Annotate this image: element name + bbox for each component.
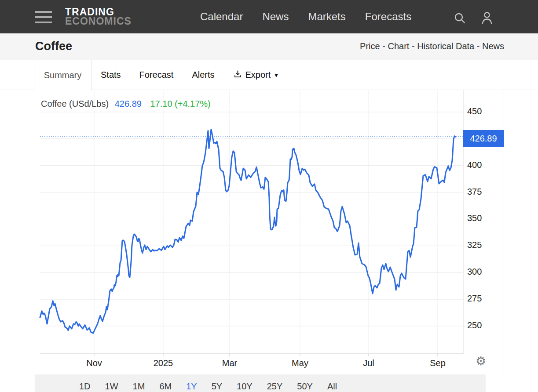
range-button-6m[interactable]: 6M — [159, 381, 172, 392]
y-axis-label: 400 — [467, 160, 502, 171]
range-button-50y[interactable]: 50Y — [297, 381, 313, 392]
range-button-1y[interactable]: 1Y — [186, 381, 197, 392]
menu-icon[interactable] — [35, 11, 52, 24]
nav-markets[interactable]: Markets — [308, 11, 345, 23]
main-nav: Calendar News Markets Forecasts — [200, 0, 411, 33]
x-axis-label: Nov — [86, 358, 102, 368]
tab-alerts[interactable]: Alerts — [183, 60, 223, 90]
top-header: TRADING ECONOMICS Calendar News Markets … — [0, 0, 538, 33]
logo-line-2: ECONOMICS — [65, 17, 132, 26]
y-axis-label: 375 — [467, 187, 502, 198]
range-button-10y[interactable]: 10Y — [237, 381, 253, 392]
x-axis-label: Jul — [363, 358, 374, 368]
tab-bar: Summary Stats Forecast Alerts Export ▾ — [0, 60, 538, 90]
tab-summary[interactable]: Summary — [34, 60, 91, 90]
range-button-1d[interactable]: 1D — [79, 381, 91, 392]
range-button-all[interactable]: All — [327, 381, 337, 392]
chart-section: Coffee (USd/Lbs) 426.89 17.10 (+4.17%) 4… — [35, 90, 504, 374]
download-icon — [233, 69, 242, 81]
y-axis-label: 250 — [467, 320, 502, 332]
legend-instrument: Coffee (USd/Lbs) — [41, 99, 109, 109]
export-label: Export — [245, 70, 271, 80]
chart-legend: Coffee (USd/Lbs) 426.89 17.10 (+4.17%) — [41, 99, 211, 109]
range-button-1w[interactable]: 1W — [105, 381, 118, 392]
x-axis-label: Mar — [222, 358, 237, 368]
range-button-1m[interactable]: 1M — [133, 381, 145, 392]
link-historical-data[interactable]: Historical Data — [417, 41, 474, 51]
tab-forecast[interactable]: Forecast — [130, 60, 183, 90]
y-axis-label: 325 — [467, 240, 502, 251]
page-title: Coffee — [35, 40, 72, 53]
link-chart[interactable]: Chart — [388, 41, 409, 51]
title-bar: Coffee Price - Chart - Historical Data -… — [0, 33, 538, 60]
range-selector: 1D1W1M6M1Y5Y10Y25Y50YAll — [35, 374, 486, 392]
tab-stats[interactable]: Stats — [91, 60, 130, 90]
y-axis-label: 275 — [467, 294, 502, 305]
nav-news[interactable]: News — [262, 11, 289, 23]
nav-forecasts[interactable]: Forecasts — [365, 11, 411, 23]
price-chart[interactable] — [35, 90, 504, 374]
link-price[interactable]: Price — [360, 41, 380, 51]
y-axis-label: 450 — [467, 106, 502, 118]
x-axis-label: 2025 — [154, 358, 173, 368]
x-axis-label: May — [292, 358, 308, 368]
y-axis-label: 350 — [467, 213, 502, 225]
legend-price: 426.89 — [115, 99, 142, 109]
range-button-25y[interactable]: 25Y — [267, 381, 283, 392]
current-price-badge: 426.89 — [463, 130, 504, 147]
range-button-5y[interactable]: 5Y — [212, 381, 222, 392]
settings-gear-icon[interactable]: ⚙ — [476, 355, 486, 368]
trading-economics-page: TRADING ECONOMICS Calendar News Markets … — [0, 0, 538, 392]
link-news[interactable]: News — [482, 41, 504, 51]
logo[interactable]: TRADING ECONOMICS — [65, 7, 132, 26]
chevron-down-icon: ▾ — [274, 71, 278, 79]
x-axis-label: Sep — [430, 358, 446, 368]
search-icon[interactable] — [454, 12, 467, 27]
nav-calendar[interactable]: Calendar — [200, 11, 243, 23]
user-icon[interactable] — [480, 11, 494, 27]
legend-change: 17.10 (+4.17%) — [150, 99, 210, 109]
breadcrumb-links: Price - Chart - Historical Data - News — [360, 41, 504, 51]
y-axis-label: 300 — [467, 267, 502, 278]
export-button[interactable]: Export ▾ — [224, 60, 287, 90]
